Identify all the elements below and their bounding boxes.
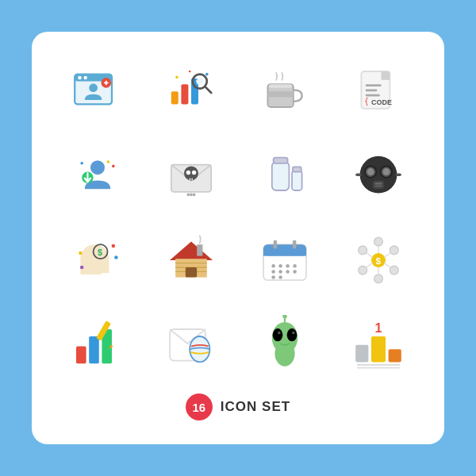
- svg-rect-103: [89, 336, 99, 363]
- svg-point-82: [271, 270, 275, 274]
- svg-point-32: [80, 162, 83, 165]
- svg-rect-46: [293, 167, 301, 172]
- icon-employee-download: [56, 140, 140, 214]
- svg-point-81: [293, 264, 297, 268]
- svg-rect-18: [267, 91, 293, 97]
- svg-rect-77: [293, 240, 297, 249]
- svg-text:$: $: [375, 255, 381, 265]
- icon-network-dollar: $: [336, 223, 420, 298]
- svg-point-63: [112, 244, 116, 248]
- svg-point-12: [196, 78, 203, 85]
- footer-label: ICON SET: [221, 399, 290, 415]
- svg-point-64: [114, 255, 118, 259]
- svg-rect-59: [80, 271, 102, 274]
- svg-rect-55: [355, 174, 361, 177]
- svg-point-86: [271, 275, 275, 279]
- icon-grid: { CODE: [56, 56, 420, 381]
- svg-rect-23: [366, 89, 377, 91]
- svg-rect-19: [269, 84, 292, 88]
- icon-web-user: [56, 56, 140, 130]
- svg-point-3: [83, 76, 87, 80]
- svg-point-112: [273, 328, 283, 341]
- icon-code-file: { CODE: [336, 56, 420, 130]
- svg-point-80: [286, 264, 290, 268]
- svg-rect-39: [191, 178, 192, 181]
- icon-log-cabin: [149, 223, 233, 298]
- icon-count-badge: 16: [186, 393, 213, 420]
- icon-coffee-mug: [243, 56, 327, 130]
- svg-rect-9: [181, 84, 188, 104]
- svg-point-65: [80, 266, 84, 270]
- svg-point-36: [192, 171, 196, 175]
- svg-point-115: [292, 332, 295, 335]
- icon-ranking: 1: [336, 307, 420, 382]
- svg-rect-71: [186, 267, 197, 278]
- svg-text:1: 1: [375, 321, 382, 335]
- svg-point-42: [193, 194, 196, 197]
- svg-point-84: [286, 270, 290, 274]
- svg-line-97: [384, 253, 390, 257]
- svg-rect-119: [371, 336, 386, 362]
- svg-point-113: [287, 328, 298, 341]
- svg-rect-7: [106, 80, 107, 84]
- svg-line-100: [367, 263, 373, 267]
- icon-jar-bottle: [243, 140, 327, 214]
- svg-point-51: [382, 168, 390, 175]
- svg-rect-120: [389, 349, 401, 362]
- svg-line-98: [384, 263, 390, 267]
- icon-easter-egg: [149, 307, 233, 382]
- svg-rect-43: [272, 162, 290, 190]
- svg-point-14: [175, 75, 178, 79]
- svg-point-27: [90, 160, 105, 175]
- svg-point-94: [359, 266, 367, 274]
- footer: 16 ICON SET: [56, 389, 420, 420]
- svg-line-13: [205, 86, 211, 93]
- svg-point-40: [187, 194, 190, 197]
- svg-point-114: [278, 332, 281, 335]
- svg-rect-45: [292, 171, 302, 190]
- main-card: { CODE: [32, 32, 444, 444]
- icon-skull-mail: [149, 140, 233, 214]
- svg-point-16: [205, 73, 209, 76]
- svg-text:{: {: [364, 97, 369, 106]
- icon-analytics-search: [149, 56, 233, 130]
- svg-point-31: [112, 165, 115, 168]
- svg-rect-58: [80, 257, 109, 273]
- svg-point-41: [190, 194, 193, 197]
- svg-point-95: [359, 246, 367, 255]
- svg-point-4: [89, 83, 98, 92]
- svg-point-79: [278, 264, 282, 268]
- svg-point-117: [282, 315, 286, 319]
- svg-rect-24: [366, 94, 380, 97]
- svg-rect-118: [355, 345, 368, 363]
- svg-point-50: [367, 168, 374, 175]
- svg-rect-72: [197, 244, 202, 255]
- svg-point-62: [79, 251, 83, 255]
- svg-point-93: [374, 274, 383, 283]
- svg-text:CODE: CODE: [371, 98, 392, 106]
- icon-gas-mask: [336, 140, 420, 214]
- svg-text:$: $: [98, 247, 102, 256]
- svg-point-87: [278, 275, 282, 279]
- svg-point-35: [186, 171, 190, 175]
- svg-rect-44: [274, 158, 288, 163]
- icon-calendar: [243, 223, 327, 298]
- svg-rect-102: [76, 347, 86, 364]
- svg-marker-66: [170, 241, 213, 259]
- svg-line-101: [367, 253, 373, 257]
- svg-point-92: [390, 266, 398, 274]
- svg-rect-54: [375, 186, 382, 187]
- svg-point-2: [78, 76, 82, 80]
- svg-rect-75: [263, 250, 306, 255]
- svg-point-15: [189, 70, 191, 72]
- svg-point-85: [293, 270, 297, 274]
- svg-rect-53: [375, 182, 382, 185]
- svg-rect-8: [171, 91, 178, 104]
- svg-point-91: [390, 246, 398, 255]
- svg-point-78: [271, 264, 275, 268]
- icon-money-mind: $: [56, 223, 140, 298]
- svg-rect-21: [382, 71, 390, 80]
- svg-rect-22: [366, 84, 382, 86]
- icon-alien: [243, 307, 327, 382]
- svg-rect-56: [396, 174, 401, 177]
